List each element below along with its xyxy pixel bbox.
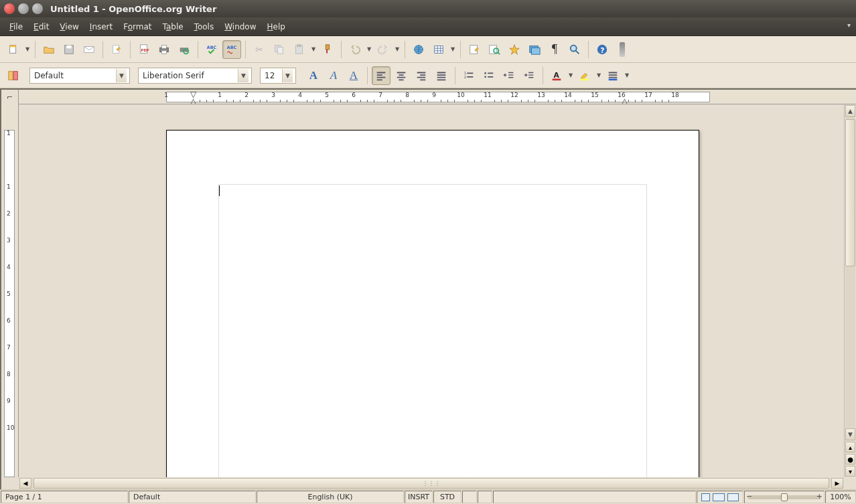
single-page-view-icon[interactable] — [701, 493, 710, 501]
align-right-icon — [415, 69, 428, 82]
document-page[interactable] — [166, 130, 699, 477]
status-page-style[interactable]: Default — [129, 491, 256, 503]
highlight-dropdown[interactable]: ▼ — [595, 72, 602, 78]
navigator-button[interactable] — [505, 40, 524, 59]
find-replace-button[interactable] — [485, 40, 504, 59]
next-page-button[interactable]: ▾ — [845, 466, 855, 477]
scroll-track[interactable]: ⋮⋮⋮ — [32, 478, 831, 489]
menu-window[interactable]: Window — [219, 19, 261, 34]
decrease-indent-button[interactable] — [500, 66, 518, 85]
status-insert-mode[interactable]: INSRT — [405, 491, 433, 503]
undo-dropdown[interactable]: ▼ — [366, 46, 372, 52]
auto-spellcheck-button[interactable]: ABC — [222, 40, 241, 59]
scroll-thumb[interactable]: ⋮⋮⋮ — [33, 478, 829, 489]
bold-button[interactable]: A — [304, 66, 323, 85]
new-dropdown[interactable]: ▼ — [24, 46, 31, 52]
menu-format[interactable]: Format — [118, 19, 157, 34]
multi-page-view-icon[interactable] — [713, 493, 724, 501]
italic-button[interactable]: A — [324, 66, 343, 85]
bulleted-list-button[interactable] — [480, 66, 498, 85]
scroll-left-button[interactable]: ◀ — [19, 478, 31, 489]
zoom-button[interactable] — [565, 40, 584, 59]
svg-point-35 — [484, 76, 486, 78]
new-button[interactable] — [4, 40, 23, 59]
left-indent-marker[interactable]: △ — [190, 96, 196, 104]
menubar-expand-icon[interactable]: ▾ — [847, 21, 851, 29]
scroll-thumb[interactable] — [845, 119, 855, 266]
underline-button[interactable]: A — [344, 66, 363, 85]
toolbar-grip[interactable] — [613, 40, 632, 59]
show-draw-button[interactable] — [465, 40, 484, 59]
status-zoom-slider[interactable]: −+ — [744, 491, 825, 503]
zoom-thumb[interactable] — [781, 493, 788, 501]
menu-view[interactable]: View — [54, 19, 84, 34]
align-right-button[interactable] — [412, 66, 431, 85]
redo-dropdown[interactable]: ▼ — [394, 46, 401, 52]
email-button[interactable] — [80, 40, 98, 59]
font-color-button[interactable]: A — [547, 66, 566, 85]
export-pdf-button[interactable]: PDF — [135, 40, 153, 59]
styles-window-button[interactable] — [4, 66, 23, 85]
status-signature[interactable] — [478, 491, 492, 503]
status-zoom-value[interactable]: 100% — [825, 491, 856, 503]
window-close-button[interactable] — [4, 3, 15, 14]
menu-tools[interactable]: Tools — [189, 19, 220, 34]
navigation-button[interactable]: ● — [845, 454, 855, 465]
font-name-combo[interactable]: Liberation Serif ▼ — [138, 68, 252, 84]
scroll-up-button[interactable]: ▲ — [845, 105, 855, 117]
menu-table[interactable]: Table — [157, 19, 189, 34]
background-color-dropdown[interactable]: ▼ — [624, 72, 630, 78]
paste-button[interactable] — [290, 40, 309, 59]
window-minimize-button[interactable] — [18, 3, 29, 14]
align-left-button[interactable] — [372, 66, 390, 85]
window-maximize-button[interactable] — [32, 3, 43, 14]
spellcheck-button[interactable]: ABC — [202, 40, 221, 59]
copy-button[interactable] — [270, 40, 289, 59]
open-button[interactable] — [40, 40, 58, 59]
status-selection-mode[interactable]: STD — [433, 491, 461, 503]
print-button[interactable] — [155, 40, 173, 59]
table-button[interactable] — [429, 40, 448, 59]
book-view-icon[interactable] — [727, 493, 739, 501]
save-button[interactable] — [60, 40, 78, 59]
vertical-ruler[interactable]: 112345678910 — [1, 104, 19, 477]
undo-button[interactable] — [346, 40, 364, 59]
scroll-track[interactable] — [845, 118, 855, 428]
font-size-combo[interactable]: 12 ▼ — [260, 68, 296, 84]
status-language[interactable]: English (UK) — [257, 491, 404, 503]
help-button[interactable]: ? — [593, 40, 612, 59]
redo-button[interactable] — [374, 40, 393, 59]
horizontal-scrollbar[interactable]: ◀ ⋮⋮⋮ ▶ — [1, 477, 856, 489]
paragraph-style-combo[interactable]: Default ▼ — [29, 68, 130, 84]
highlight-button[interactable] — [575, 66, 594, 85]
prev-page-button[interactable]: ▴ — [845, 442, 855, 452]
hyperlink-button[interactable] — [409, 40, 428, 59]
font-color-dropdown[interactable]: ▼ — [567, 72, 574, 78]
numbered-list-button[interactable]: 12 — [459, 66, 478, 85]
menu-edit[interactable]: Edit — [28, 19, 54, 34]
format-paintbrush-button[interactable] — [318, 40, 337, 59]
increase-indent-button[interactable] — [520, 66, 539, 85]
print-preview-button[interactable] — [175, 40, 194, 59]
right-indent-marker[interactable]: △ — [622, 96, 628, 104]
horizontal-ruler[interactable]: 1123456789101112131415161718▽△△ — [19, 90, 844, 104]
cut-button[interactable]: ✂ — [250, 40, 269, 59]
table-dropdown[interactable]: ▼ — [449, 46, 456, 52]
data-sources-button[interactable]: ¶ — [545, 40, 564, 59]
scroll-down-button[interactable]: ▼ — [845, 428, 855, 440]
status-page[interactable]: Page 1 / 1 — [1, 491, 128, 503]
background-color-button[interactable] — [603, 66, 622, 85]
status-view-layout[interactable] — [697, 491, 743, 503]
menu-help[interactable]: Help — [262, 19, 291, 34]
menu-file[interactable]: File — [4, 19, 28, 34]
ruler-number: 2 — [244, 92, 248, 98]
vertical-scrollbar[interactable]: ▲ ▼ ▴ ● ▾ — [844, 104, 856, 477]
document-viewport[interactable] — [19, 104, 844, 477]
align-center-button[interactable] — [392, 66, 411, 85]
menu-insert[interactable]: Insert — [84, 19, 118, 34]
edit-doc-button[interactable] — [107, 40, 126, 59]
scroll-right-button[interactable]: ▶ — [831, 478, 843, 489]
gallery-button[interactable] — [525, 40, 544, 59]
paste-dropdown[interactable]: ▼ — [310, 46, 317, 52]
align-justify-button[interactable] — [432, 66, 451, 85]
